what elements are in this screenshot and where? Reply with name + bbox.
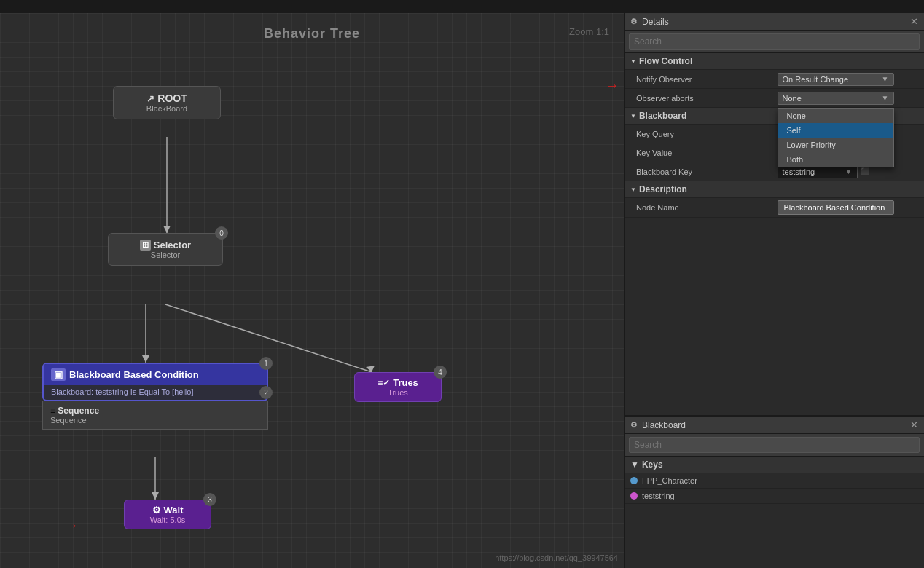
key-value-label: Key Value [630, 149, 778, 157]
bbc-number2: 2 [259, 386, 273, 399]
notify-observer-dropdown[interactable]: On Result Change ▼ [778, 73, 894, 86]
key-query-label: Key Query [630, 130, 778, 138]
details-search-box [625, 31, 924, 53]
flow-control-section-header[interactable]: ▼ Flow Control [625, 53, 924, 70]
wait-label: Wait [164, 505, 184, 516]
blackboard-key-icon[interactable]: ▼ [845, 167, 853, 175]
node-name-field[interactable]: Blackboard Based Condition [778, 200, 894, 215]
details-title: Details [642, 17, 669, 27]
notify-observer-dropdown-value: On Result Change [783, 75, 849, 84]
observer-aborts-value: None ▼ None Self Lower Priority Both [778, 92, 919, 105]
trues-label: Trues [393, 377, 418, 388]
key-label-fpp: FPP_Character [642, 476, 697, 485]
bb-search-box [625, 434, 924, 457]
observer-aborts-menu: None Self Lower Priority Both [778, 108, 894, 167]
arrow-observer: → [605, 77, 619, 94]
bb-icon: ⚙ [630, 420, 638, 430]
observer-aborts-row: Observer aborts None ▼ None Self Lower P… [625, 89, 924, 108]
notify-observer-row: Notify Observer On Result Change ▼ [625, 70, 924, 89]
trues-number: 4 [434, 366, 447, 379]
bb-search-input[interactable] [629, 437, 920, 453]
blackboard-key-warning-icon: ⬛ [861, 167, 869, 175]
wait-header: ⚙ Wait [132, 505, 203, 516]
bb-titlebar: ⚙ Blackboard ✕ [625, 417, 924, 434]
bbc-group: 1 ▣ Blackboard Based Condition Blackboar… [42, 363, 268, 430]
node-name-row: Node Name Blackboard Based Condition [625, 198, 924, 218]
bbc-label: Blackboard Based Condition [69, 369, 199, 380]
sequence-area: ≡ Sequence Sequence [42, 401, 268, 430]
arrow-wait: → [64, 517, 79, 534]
blackboard-triangle: ▼ [630, 113, 636, 119]
details-titlebar-left: ⚙ Details [630, 17, 669, 27]
observer-aborts-option-none[interactable]: None [778, 109, 893, 123]
bb-titlebar-left: ⚙ Blackboard [630, 420, 686, 430]
node-selector[interactable]: 0 ⊞ Selector Selector [108, 233, 223, 266]
bb-close-button[interactable]: ✕ [910, 419, 918, 430]
canvas-area[interactable]: Behavior Tree Zoom 1:1 ↗ ROOT BlackBoard [0, 13, 624, 568]
bb-title: Blackboard [642, 420, 686, 430]
canvas-title: Behavior Tree [264, 26, 360, 42]
details-spacer [625, 218, 924, 415]
observer-aborts-option-lower[interactable]: Lower Priority [778, 138, 893, 152]
svg-marker-3 [142, 355, 149, 363]
selector-icon: ⊞ [140, 240, 151, 251]
observer-aborts-dropdown-arrow: ▼ [882, 94, 889, 102]
keys-section-header[interactable]: ▼ Keys [625, 457, 924, 473]
seq-label: Sequence [58, 406, 99, 416]
node-name-value: Blackboard Based Condition [778, 200, 919, 215]
description-triangle: ▼ [630, 186, 636, 193]
sequence-header: ≡ Sequence [50, 406, 260, 416]
bb-panel: ⚙ Blackboard ✕ ▼ Keys FPP_Character [624, 415, 924, 568]
node-wait[interactable]: 3 ⚙ Wait Wait: 5.0s [124, 500, 211, 529]
top-bar [0, 0, 924, 13]
selector-number: 0 [215, 226, 228, 240]
root-label: ROOT [157, 92, 187, 104]
main-layout: Behavior Tree Zoom 1:1 ↗ ROOT BlackBoard [0, 13, 924, 568]
blackboard-key-label: Blackboard Key [630, 167, 778, 176]
wait-number: 3 [203, 493, 216, 506]
bbc-header: ▣ Blackboard Based Condition [44, 364, 267, 385]
bbc-icon: ▣ [51, 368, 66, 381]
notify-observer-value: On Result Change ▼ [778, 73, 919, 86]
description-label: Description [639, 184, 687, 194]
seq-sublabel: Sequence [50, 416, 260, 425]
observer-aborts-option-both[interactable]: Both [778, 152, 893, 167]
root-header: ↗ ROOT [121, 92, 213, 104]
node-bbc[interactable]: 1 ▣ Blackboard Based Condition Blackboar… [42, 363, 268, 401]
observer-aborts-option-self[interactable]: Self [778, 123, 893, 138]
details-search-input[interactable] [629, 33, 920, 50]
wait-icon: ⚙ [152, 505, 161, 516]
keys-triangle: ▼ [630, 459, 639, 470]
key-label-teststring: teststring [642, 492, 675, 500]
seq-icon: ≡ [50, 406, 55, 416]
node-trues[interactable]: 4 ≡✓ Trues Trues [354, 372, 442, 402]
notify-observer-dropdown-arrow: ▼ [882, 75, 889, 83]
trues-sublabel: Trues [362, 388, 434, 397]
node-root[interactable]: ↗ ROOT BlackBoard [113, 86, 221, 119]
details-panel: ⚙ Details ✕ ▼ Flow Control Notify Observ… [624, 13, 924, 415]
key-dot-fpp [630, 477, 638, 484]
key-item-teststring[interactable]: teststring [625, 489, 924, 504]
root-sublabel: BlackBoard [121, 104, 213, 113]
details-icon: ⚙ [630, 17, 638, 26]
selector-sublabel: Selector [116, 251, 215, 259]
bbc-sublabel: Blackboard: teststring Is Equal To [hell… [44, 385, 267, 400]
description-section-header[interactable]: ▼ Description [625, 181, 924, 198]
key-item-fpp[interactable]: FPP_Character [625, 473, 924, 489]
svg-marker-5 [366, 366, 375, 372]
keys-label: Keys [642, 459, 663, 470]
wait-sublabel: Wait: 5.0s [132, 516, 203, 524]
selector-label: Selector [154, 240, 191, 251]
trues-header: ≡✓ Trues [362, 377, 434, 388]
details-close-button[interactable]: ✕ [910, 16, 918, 27]
blackboard-key-text: teststring [783, 167, 815, 176]
blackboard-section-label: Blackboard [639, 111, 686, 121]
notify-observer-label: Notify Observer [630, 75, 778, 84]
right-panel: ⚙ Details ✕ ▼ Flow Control Notify Observ… [624, 13, 924, 568]
bbc-number: 1 [259, 357, 273, 370]
observer-aborts-label: Observer aborts [630, 94, 778, 103]
observer-aborts-dropdown[interactable]: None ▼ [778, 92, 894, 105]
zoom-label: Zoom 1:1 [569, 26, 609, 37]
trues-icon: ≡✓ [377, 378, 390, 388]
flow-control-triangle: ▼ [630, 58, 636, 65]
